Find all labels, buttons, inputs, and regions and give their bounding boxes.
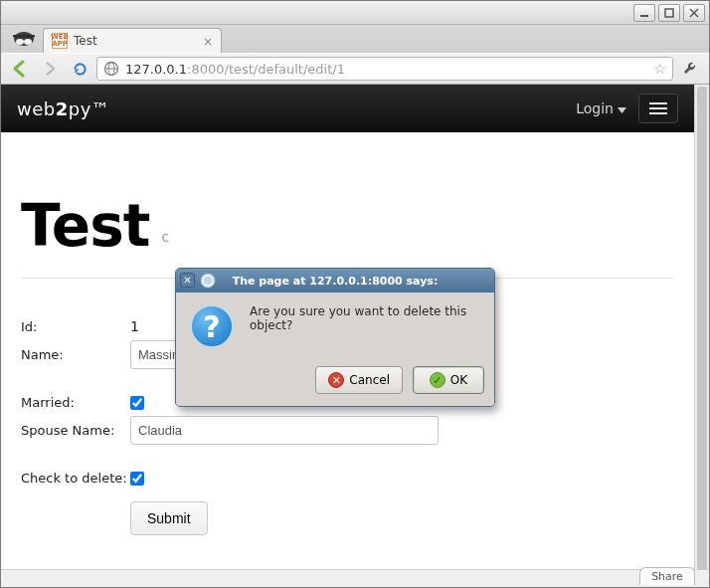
vertical-scrollbar[interactable] — [694, 85, 709, 569]
caret-down-icon — [618, 100, 626, 116]
tab-strip: WEB APP Test × — [1, 25, 709, 53]
brand-logo: web2py™ — [17, 98, 109, 119]
hamburger-menu-button[interactable] — [638, 94, 678, 123]
os-window: WEB APP Test × 127.0.0.1:8000/test/de — [0, 0, 710, 588]
name-label: Name: — [21, 347, 130, 362]
dialog-body: ? Are you sure you want to delete this o… — [176, 293, 494, 358]
window-titlebar — [1, 1, 709, 25]
dialog-title: The page at 127.0.0.1:8000 says: — [233, 275, 439, 288]
svg-point-12 — [204, 277, 212, 285]
window-maximize-button[interactable] — [658, 4, 680, 22]
tab-title: Test — [74, 34, 97, 48]
page-subtitle: c — [161, 229, 169, 245]
status-bar — [1, 569, 709, 587]
page-hero: Test c — [21, 192, 674, 279]
browser-toolbar: 127.0.0.1:8000/test/default/edit/1 ☆ — [1, 53, 709, 85]
favicon-icon: WEB APP — [52, 33, 68, 49]
incognito-icon — [7, 27, 41, 53]
row-spouse: Spouse Name: — [21, 416, 674, 445]
bookmark-star-icon[interactable]: ☆ — [653, 61, 666, 77]
url-text: 127.0.0.1:8000/test/default/edit/1 — [125, 62, 649, 77]
cancel-label: Cancel — [349, 373, 390, 387]
wrench-menu-button[interactable] — [677, 57, 703, 81]
ok-label: OK — [450, 373, 467, 387]
globe-icon — [103, 61, 119, 77]
dialog-buttons: ✕ Cancel ✓ OK — [176, 358, 494, 406]
svg-rect-7 — [13, 35, 35, 38]
window-minimize-button[interactable] — [633, 4, 655, 22]
spouse-input[interactable] — [130, 416, 439, 445]
submit-button[interactable]: Submit — [130, 501, 208, 535]
delete-checkbox[interactable] — [130, 472, 144, 486]
dialog-app-icon — [200, 273, 216, 289]
scrollbar-thumb[interactable] — [697, 87, 707, 571]
question-icon: ? — [190, 304, 234, 348]
tab-close-icon[interactable]: × — [203, 35, 213, 49]
id-label: Id: — [21, 319, 130, 334]
svg-rect-1 — [665, 9, 673, 17]
ok-icon: ✓ — [430, 372, 445, 388]
married-checkbox[interactable] — [130, 396, 144, 410]
reload-button[interactable] — [67, 57, 92, 81]
forward-button[interactable] — [37, 57, 63, 81]
dialog-message: Are you sure you want to delete this obj… — [250, 304, 478, 348]
content-area: web2py™ Login Test — [1, 85, 709, 587]
dialog-titlebar: ✕ The page at 127.0.0.1:8000 says: — [176, 269, 494, 293]
svg-point-5 — [16, 39, 24, 45]
hamburger-icon — [649, 107, 667, 109]
id-value: 1 — [130, 318, 139, 334]
window-close-button[interactable] — [683, 4, 705, 22]
back-button[interactable] — [7, 57, 33, 81]
brand-bar: web2py™ Login — [1, 85, 694, 132]
share-tab[interactable]: Share — [639, 567, 695, 585]
delete-label: Check to delete: — [21, 471, 130, 486]
svg-point-6 — [24, 39, 32, 45]
page-title: Test — [21, 192, 149, 260]
login-dropdown[interactable]: Login — [576, 100, 626, 116]
ok-button[interactable]: ✓ OK — [413, 366, 484, 394]
url-bar[interactable]: 127.0.0.1:8000/test/default/edit/1 ☆ — [96, 57, 673, 81]
cancel-button[interactable]: ✕ Cancel — [315, 366, 403, 394]
browser-tab[interactable]: WEB APP Test × — [43, 28, 222, 53]
browser-chrome: WEB APP Test × 127.0.0.1:8000/test/de — [1, 25, 709, 587]
cancel-icon: ✕ — [328, 372, 344, 388]
married-label: Married: — [21, 395, 130, 410]
confirm-dialog: ✕ The page at 127.0.0.1:8000 says: ? Are… — [175, 268, 495, 407]
spouse-label: Spouse Name: — [21, 423, 130, 438]
dialog-close-button[interactable]: ✕ — [180, 273, 195, 288]
login-label: Login — [576, 100, 614, 116]
row-delete: Check to delete: — [21, 471, 674, 486]
